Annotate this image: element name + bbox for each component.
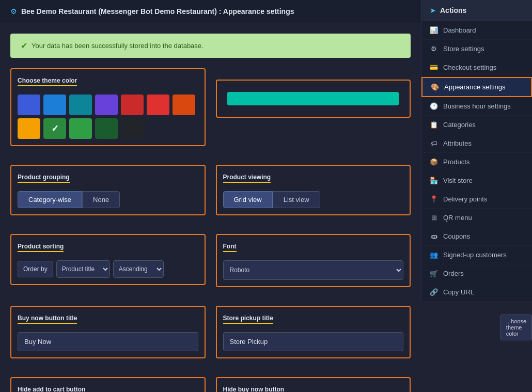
color-label: Choose theme color — [18, 77, 77, 86]
color-swatch-7[interactable] — [173, 95, 195, 115]
categories-icon: 📋 — [430, 121, 438, 129]
store-pickup-label: Store pickup title — [223, 315, 273, 324]
sidebar-item-label: Checkout settings — [443, 64, 496, 71]
sidebar-item-visit-store[interactable]: 🏪 Visit store — [421, 171, 532, 190]
sidebar-header: ➤ Actions — [421, 0, 532, 21]
font-select[interactable]: Roboto Arial Open Sans Lato — [223, 260, 404, 280]
products-icon: 📦 — [430, 158, 438, 166]
sidebar-item-label: Coupons — [443, 232, 470, 240]
sidebar-item-label: Signed-up customers — [443, 251, 507, 259]
sidebar-item-store-settings[interactable]: ⚙ Store settings — [421, 40, 532, 58]
font-label: Font — [223, 243, 237, 252]
sidebar-item-dashboard[interactable]: 📊 Dashboard — [421, 21, 532, 40]
grouping-category-btn[interactable]: Category-wise — [18, 191, 82, 208]
buy-now-input[interactable] — [18, 332, 198, 351]
font-section: Font Roboto Arial Open Sans Lato — [216, 234, 411, 287]
color-swatch-3[interactable] — [69, 95, 92, 115]
topbar-icon: ⚙ — [10, 7, 17, 15]
sorting-row: Order by Product title Price Created dat… — [18, 260, 198, 278]
viewing-label: Product viewing — [223, 174, 271, 183]
hide-buy-now-section: Hide buy now button Hide — [216, 377, 411, 392]
sidebar-item-label: Attributes — [443, 139, 472, 147]
success-icon: ✔ — [21, 41, 27, 51]
sidebar-item-categories[interactable]: 📋 Categories — [421, 116, 532, 134]
sorting-label: Product sorting — [18, 243, 64, 252]
product-sorting-section: Product sorting Order by Product title P… — [10, 234, 206, 285]
sort-field-select[interactable]: Product title Price Created date — [56, 260, 110, 278]
sidebar-item-label: Orders — [443, 270, 464, 277]
delivery-points-icon: 📍 — [430, 195, 438, 203]
color-swatch-6[interactable] — [147, 95, 169, 115]
sidebar-item-products[interactable]: 📦 Products — [421, 153, 532, 171]
color-swatch-1[interactable] — [18, 95, 40, 115]
success-alert: ✔ Your data has been successfully stored… — [10, 34, 411, 58]
sidebar-item-checkout-settings[interactable]: 💳 Checkout settings — [421, 58, 532, 77]
sidebar-item-label: Copy URL — [443, 288, 474, 296]
checkout-settings-icon: 💳 — [430, 64, 438, 71]
store-pickup-input[interactable] — [223, 332, 404, 351]
business-hour-icon: 🕐 — [430, 102, 438, 110]
orders-icon: 🛒 — [430, 270, 438, 277]
sidebar-item-label: QR menu — [443, 214, 472, 222]
actions-icon: ➤ — [430, 6, 436, 14]
sidebar-item-appearance-settings[interactable]: 🎨 Appearance settings — [421, 77, 532, 97]
color-swatch-4[interactable] — [95, 95, 118, 115]
sidebar-item-label: Dashboard — [443, 26, 476, 34]
store-pickup-section: Store pickup title — [216, 306, 411, 358]
sidebar-item-business-hour-settings[interactable]: 🕐 Business hour settings — [421, 97, 532, 116]
color-swatch-2[interactable] — [43, 95, 66, 115]
store-settings-icon: ⚙ — [430, 45, 438, 53]
sidebar-item-attributes[interactable]: 🏷 Attributes — [421, 134, 532, 153]
viewing-btn-group: Grid view List view — [223, 191, 404, 208]
hide-add-to-cart-label: Hide add to cart button — [18, 386, 85, 392]
color-grid — [18, 95, 198, 139]
sidebar-item-delivery-points[interactable]: 📍 Delivery points — [421, 190, 532, 209]
alert-message: Your data has been successfully stored i… — [32, 42, 204, 50]
color-section: Choose theme color — [10, 68, 206, 146]
color-swatch-11[interactable] — [95, 118, 118, 139]
sidebar-item-qr-menu[interactable]: ⊞ QR menu — [421, 209, 532, 227]
hide-buy-now-label: Hide buy now button — [223, 386, 285, 392]
sidebar-item-coupons[interactable]: 🎟 Coupons — [421, 227, 532, 246]
customers-icon: 👥 — [430, 251, 438, 259]
buy-now-label: Buy now button title — [18, 315, 77, 324]
color-swatch-5[interactable] — [121, 95, 144, 115]
sidebar-item-label: Appearance settings — [444, 83, 506, 91]
grouping-none-btn[interactable]: None — [82, 191, 120, 208]
qr-menu-icon: ⊞ — [430, 214, 438, 222]
color-swatch-12[interactable] — [121, 118, 144, 139]
color-swatch-8[interactable] — [18, 118, 40, 139]
grouping-btn-group: Category-wise None — [18, 191, 198, 208]
product-grouping-section: Product grouping Category-wise None — [10, 165, 206, 215]
sidebar-item-signed-up-customers[interactable]: 👥 Signed-up customers — [421, 246, 532, 264]
sidebar-item-label: Products — [443, 158, 470, 166]
grouping-label: Product grouping — [18, 174, 70, 183]
order-by-text: Order by — [18, 261, 53, 277]
sidebar-item-copy-url[interactable]: 🔗 Copy URL — [421, 283, 532, 302]
viewing-grid-btn[interactable]: Grid view — [223, 191, 273, 208]
main-content: ✔ Your data has been successfully stored… — [0, 23, 421, 392]
color-preview-container — [216, 80, 411, 118]
sidebar: ➤ Actions 📊 Dashboard ⚙ Store settings 💳… — [421, 0, 532, 302]
sort-order-select[interactable]: Ascending Descending — [113, 260, 164, 278]
topbar: ⚙ Bee Demo Restaurant (Messenger Bot Dem… — [0, 0, 421, 23]
dashboard-icon: 📊 — [430, 26, 438, 34]
hide-add-to-cart-section: Hide add to cart button Hide — [10, 377, 206, 392]
color-swatch-10[interactable] — [69, 118, 92, 139]
sidebar-item-label: Store settings — [443, 45, 484, 53]
sidebar-item-label: Categories — [443, 121, 476, 129]
buy-now-section: Buy now button title — [10, 306, 206, 358]
color-preview-bar — [227, 92, 399, 105]
tooltip-text: ...hoosethemecolor — [506, 318, 526, 337]
visit-store-icon: 🏪 — [430, 177, 438, 184]
attributes-icon: 🏷 — [430, 139, 438, 147]
viewing-list-btn[interactable]: List view — [273, 191, 320, 208]
color-swatch-9[interactable] — [43, 118, 66, 139]
appearance-settings-icon: 🎨 — [431, 83, 439, 91]
product-viewing-section: Product viewing Grid view List view — [216, 165, 411, 215]
sidebar-item-orders[interactable]: 🛒 Orders — [421, 264, 532, 283]
coupons-icon: 🎟 — [430, 232, 438, 240]
page-title: Bee Demo Restaurant (Messenger Bot Demo … — [21, 7, 294, 15]
sidebar-item-label: Visit store — [443, 177, 473, 184]
copy-url-icon: 🔗 — [430, 288, 438, 296]
